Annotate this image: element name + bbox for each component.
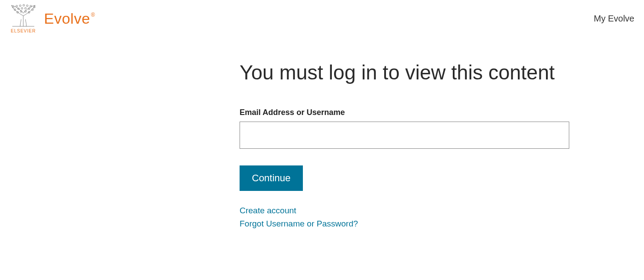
help-links: Create account Forgot Username or Passwo…	[240, 206, 569, 229]
svg-point-9	[18, 8, 19, 10]
registered-mark-icon: ®	[91, 12, 95, 18]
page-title: You must log in to view this content	[240, 59, 569, 86]
svg-point-2	[16, 5, 18, 7]
svg-point-8	[14, 9, 16, 11]
forgot-credentials-link[interactable]: Forgot Username or Password?	[240, 219, 569, 229]
svg-point-12	[28, 8, 30, 10]
header: ELSEVIER Evolve® My Evolve	[0, 0, 644, 37]
svg-point-3	[19, 5, 21, 7]
username-label: Email Address or Username	[240, 108, 569, 117]
login-form: You must log in to view this content Ema…	[240, 59, 569, 229]
product-name-text: Evolve	[44, 10, 90, 27]
svg-point-5	[26, 5, 28, 7]
create-account-link[interactable]: Create account	[240, 206, 569, 215]
nav-my-evolve[interactable]: My Evolve	[594, 14, 636, 24]
svg-point-1	[12, 6, 14, 8]
brand: ELSEVIER Evolve®	[8, 4, 94, 33]
publisher-label: ELSEVIER	[11, 29, 36, 33]
product-name[interactable]: Evolve®	[44, 10, 94, 27]
continue-button[interactable]: Continue	[240, 165, 303, 191]
tree-icon	[8, 4, 39, 28]
svg-point-11	[25, 7, 26, 9]
svg-point-10	[21, 7, 23, 9]
svg-point-4	[23, 4, 25, 6]
elsevier-logo[interactable]: ELSEVIER	[8, 4, 39, 33]
username-input[interactable]	[240, 122, 569, 149]
